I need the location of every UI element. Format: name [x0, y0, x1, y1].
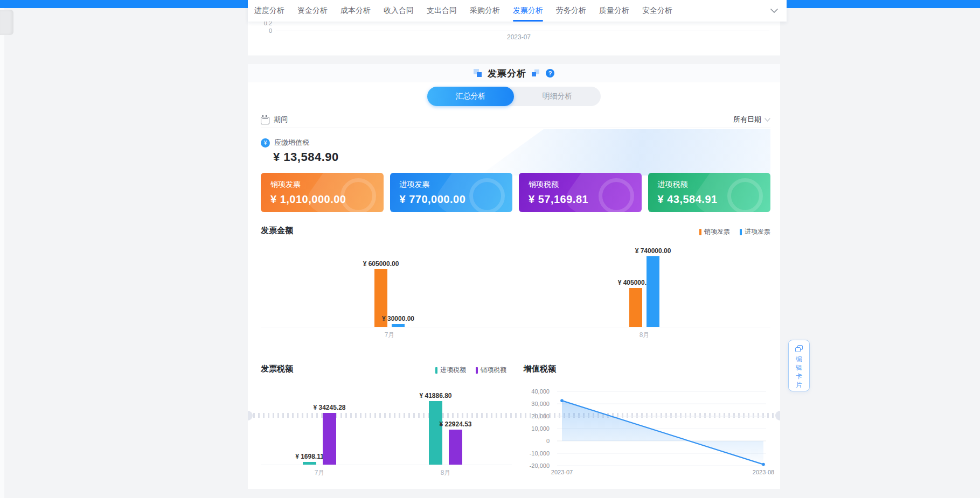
- y-tick-label: 30,000: [518, 400, 550, 408]
- analysis-tab-bar: 进度分析资金分析成本分析收入合同支出合同采购分析发票分析劳务分析质量分析安全分析: [248, 0, 787, 22]
- y-tick-label: 0: [518, 437, 550, 445]
- chevron-down-icon: [764, 118, 770, 122]
- stat-card-label: 销项税额: [529, 180, 642, 190]
- edit-card-button[interactable]: 编辑卡片: [788, 340, 810, 391]
- period-label: 期间: [274, 115, 288, 124]
- legend-marker-icon: [476, 367, 478, 374]
- legend-label: 销项税额: [481, 366, 506, 375]
- y-tick-label: -10,000: [518, 450, 550, 457]
- vat-due-row: 应缴增值税: [261, 138, 309, 148]
- legend-marker-icon: [699, 229, 701, 235]
- invoice-amount-legend: 销项发票进项发票: [699, 227, 770, 236]
- legend-item[interactable]: 销项发票: [699, 227, 730, 236]
- divider-handle-right[interactable]: [775, 411, 780, 420]
- vat-chart-xlabel: 2023-08: [739, 469, 788, 475]
- date-filter-dropdown[interactable]: 所有日期: [733, 115, 770, 124]
- sidebar-collapsed-stub[interactable]: [0, 10, 13, 35]
- section-header: 发票分析 ?: [248, 64, 780, 82]
- legend-marker-icon: [740, 229, 742, 235]
- invoice-amount-chart-title: 发票金额: [261, 226, 293, 236]
- bar-value-label: ¥ 34245.28: [295, 404, 365, 411]
- invoice-analysis-section: 发票分析 ? 汇总分析 明细分析 期间 所有日期 应缴增值税: [248, 64, 780, 489]
- bar-销项发票-8月: [629, 288, 642, 327]
- previous-chart-remnant: 0.2 0 2023-07: [248, 22, 780, 55]
- stat-cards-row: 销项发票 ¥ 1,010,000.00 进项发票 ¥ 770,000.00 销项…: [261, 173, 770, 212]
- deco-squares-left-icon: [474, 69, 482, 78]
- remnant-gridline: [276, 31, 769, 31]
- stat-card-value: ¥ 43,584.91: [658, 193, 771, 206]
- remnant-xlabel: 2023-07: [486, 33, 551, 41]
- vat-chart-plot: [556, 388, 767, 469]
- y-tick-label: 10,000: [518, 425, 550, 432]
- edit-card-label: 编辑卡片: [795, 355, 803, 389]
- nav-tab-0[interactable]: 进度分析: [254, 0, 284, 22]
- nav-tab-1[interactable]: 资金分析: [297, 0, 328, 22]
- nav-tab-9[interactable]: 安全分析: [642, 0, 672, 22]
- stat-card-label: 进项发票: [400, 180, 513, 190]
- decorative-gradient: [479, 129, 770, 176]
- period-row: 期间 所有日期: [261, 112, 770, 127]
- stat-card-output-invoice: 销项发票 ¥ 1,010,000.00: [261, 173, 384, 212]
- x-category-label: 7月: [368, 331, 411, 340]
- nav-tab-4[interactable]: 支出合同: [427, 0, 457, 22]
- page: 进度分析资金分析成本分析收入合同支出合同采购分析发票分析劳务分析质量分析安全分析…: [0, 0, 980, 498]
- nav-tab-2[interactable]: 成本分析: [340, 0, 371, 22]
- toggle-summary-analysis[interactable]: 汇总分析: [427, 87, 514, 106]
- deco-squares-right-icon: [532, 69, 540, 78]
- invoice-tax-chart: ¥ 1698.11¥ 34245.287月¥ 41886.80¥ 22924.5…: [248, 377, 515, 476]
- vat-chart-xlabel: 2023-07: [538, 469, 586, 475]
- remnant-ytick-zero: 0: [248, 27, 272, 34]
- calendar-icon: [261, 117, 269, 124]
- cards-edit-icon: [795, 345, 803, 353]
- bar-value-label: ¥ 30000.00: [363, 315, 433, 322]
- stat-card-label: 进项税额: [658, 180, 771, 190]
- stat-card-value: ¥ 57,169.81: [529, 193, 642, 206]
- bar-销项税额-7月: [323, 413, 336, 465]
- vat-due-label: 应缴增值税: [274, 138, 309, 148]
- vat-amount-chart-title: 增值税额: [524, 364, 556, 374]
- bar-value-label: ¥ 41886.80: [401, 392, 471, 399]
- toggle-detail-analysis[interactable]: 明细分析: [514, 87, 601, 106]
- stat-card-value: ¥ 770,000.00: [400, 193, 513, 206]
- legend-item[interactable]: 进项发票: [740, 227, 770, 236]
- bar-进项发票-7月: [392, 324, 405, 327]
- y-tick-label: -20,000: [518, 462, 550, 469]
- bar-进项税额-7月: [303, 462, 316, 465]
- bar-进项发票-8月: [647, 256, 659, 327]
- legend-label: 销项发票: [704, 227, 730, 236]
- legend-item[interactable]: 进项税额: [435, 366, 466, 375]
- nav-tab-5[interactable]: 采购分析: [470, 0, 500, 22]
- legend-label: 进项税额: [440, 366, 466, 375]
- stat-card-value: ¥ 1,010,000.00: [270, 193, 384, 206]
- vat-due-value: ¥ 13,584.90: [273, 150, 339, 164]
- vat-chart-yaxis: 40,00030,00020,00010,0000-10,000-20,000: [518, 388, 550, 469]
- yuan-circle-icon: [261, 138, 270, 148]
- section-title: 发票分析: [488, 67, 526, 80]
- analysis-mode-toggle: 汇总分析 明细分析: [427, 87, 601, 106]
- left-margin-strip: [0, 8, 4, 498]
- invoice-tax-legend: 进项税额销项税额: [435, 366, 506, 375]
- nav-tab-8[interactable]: 质量分析: [599, 0, 629, 22]
- stat-card-label: 销项发票: [270, 180, 384, 190]
- stat-card-input-tax: 进项税额 ¥ 43,584.91: [648, 173, 771, 212]
- legend-label: 进项发票: [745, 227, 770, 236]
- bar-value-label: ¥ 22924.53: [421, 420, 491, 428]
- y-tick-label: 40,000: [518, 388, 550, 395]
- legend-item[interactable]: 销项税额: [476, 366, 506, 375]
- nav-tab-6[interactable]: 发票分析: [513, 0, 543, 22]
- chevron-down-icon[interactable]: [770, 9, 778, 13]
- nav-tab-7[interactable]: 劳务分析: [556, 0, 586, 22]
- stat-card-output-tax: 销项税额 ¥ 57,169.81: [519, 173, 642, 212]
- help-icon[interactable]: ?: [546, 69, 554, 78]
- nav-tab-3[interactable]: 收入合同: [384, 0, 414, 22]
- stat-card-input-invoice: 进项发票 ¥ 770,000.00: [390, 173, 513, 212]
- invoice-tax-chart-title: 发票税额: [261, 364, 293, 374]
- bar-进项税额-8月: [429, 401, 442, 465]
- bar-销项税额-8月: [449, 430, 462, 465]
- divider-line: [261, 128, 770, 128]
- main-column: 进度分析资金分析成本分析收入合同支出合同采购分析发票分析劳务分析质量分析安全分析…: [248, 0, 780, 498]
- bar-value-label: ¥ 740000.00: [618, 247, 688, 255]
- line-chart-svg: [556, 388, 767, 469]
- nav-tabs: 进度分析资金分析成本分析收入合同支出合同采购分析发票分析劳务分析质量分析安全分析: [254, 0, 672, 22]
- x-category-label: 8月: [424, 468, 467, 478]
